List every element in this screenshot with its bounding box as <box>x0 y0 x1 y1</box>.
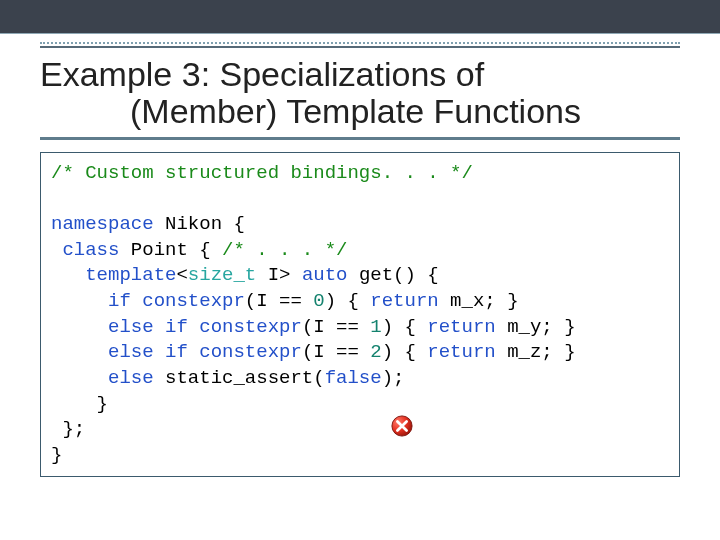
kw-constexpr-1: constexpr <box>199 316 302 338</box>
kw-else-3: else <box>108 367 154 389</box>
dotted-rule <box>40 42 680 44</box>
kw-namespace: namespace <box>51 213 154 235</box>
ret-mz: m_z; } <box>496 341 576 363</box>
brace-close-2: }; <box>51 418 85 440</box>
kw-false: false <box>325 367 382 389</box>
sa-close: ); <box>382 367 405 389</box>
cond1-open: (I == <box>302 316 370 338</box>
kw-return-2: return <box>427 341 495 363</box>
code-box: /* Custom structured bindings. . . */ na… <box>40 152 680 478</box>
slide-top-bar <box>0 0 720 34</box>
slide-content: Example 3: Specializations of (Member) T… <box>0 42 720 477</box>
kw-constexpr: constexpr <box>142 290 245 312</box>
brace-close-3: } <box>51 444 62 466</box>
kw-if-1: if <box>165 316 188 338</box>
code-comment: /* Custom structured bindings. . . */ <box>51 162 473 184</box>
cond0-open: (I == <box>245 290 313 312</box>
type-size_t: size_t <box>188 264 256 286</box>
title-line-2: (Member) Template Functions <box>40 93 680 130</box>
num-0: 0 <box>313 290 324 312</box>
ret-mx: m_x; } <box>439 290 519 312</box>
num-2: 2 <box>370 341 381 363</box>
cond0-close: ) { <box>325 290 371 312</box>
tmpl-param: I> <box>256 264 302 286</box>
get-sig: get() { <box>347 264 438 286</box>
slide-title: Example 3: Specializations of (Member) T… <box>40 56 680 131</box>
kw-return-1: return <box>427 316 495 338</box>
title-line-1: Example 3: Specializations of <box>40 55 484 93</box>
ret-my: m_y; } <box>496 316 576 338</box>
kw-if-2: if <box>165 341 188 363</box>
class-name: Point { <box>119 239 222 261</box>
kw-if: if <box>108 290 131 312</box>
kw-auto: auto <box>302 264 348 286</box>
kw-return-0: return <box>370 290 438 312</box>
kw-else-2: else <box>108 341 154 363</box>
ns-name: Nikon { <box>154 213 245 235</box>
cond1-close: ) { <box>382 316 428 338</box>
cond2-close: ) { <box>382 341 428 363</box>
cond2-open: (I == <box>302 341 370 363</box>
brace-close-1: } <box>51 393 108 415</box>
line-rule <box>40 46 680 48</box>
kw-template: template <box>85 264 176 286</box>
static-assert: static_assert( <box>154 367 325 389</box>
kw-constexpr-2: constexpr <box>199 341 302 363</box>
num-1: 1 <box>370 316 381 338</box>
error-icon <box>368 390 390 412</box>
class-comment: /* . . . */ <box>222 239 347 261</box>
kw-class: class <box>62 239 119 261</box>
kw-else-1: else <box>108 316 154 338</box>
title-underline <box>40 137 680 140</box>
